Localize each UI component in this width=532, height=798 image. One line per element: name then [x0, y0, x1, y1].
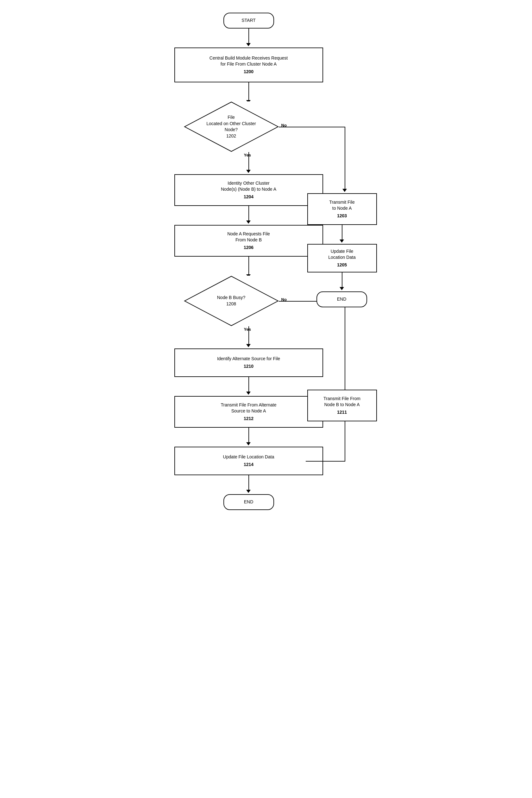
box-1204-num: 1204 — [244, 194, 253, 200]
box-1200-line1: Central Build Module Receives Request — [209, 55, 288, 61]
box-1210-line1: Identify Alternate Source for File — [217, 356, 280, 362]
flowchart: START Central Build Module Receives Requ… — [143, 6, 390, 767]
diamond-1202-line2: Located on Other Cluster — [206, 121, 256, 126]
diamond-1208-num: 1208 — [226, 301, 236, 306]
end-bottom-label: END — [244, 499, 253, 505]
box-1200-num: 1200 — [244, 69, 253, 75]
box-1205-num: 1205 — [337, 262, 347, 268]
yes-label-1202: Yes — [244, 153, 251, 158]
box-1212-line1: Transmit File From Alternate — [221, 402, 276, 409]
box-1205: Update File Location Data 1205 — [307, 244, 377, 272]
start-label: START — [242, 17, 256, 24]
box-1200: Central Build Module Receives Request fo… — [174, 48, 323, 83]
box-1204-line2: Node(s) (Node B) to Node A — [221, 186, 276, 193]
box-1211: Transmit File From Node B to Node A 1211 — [307, 389, 377, 421]
box-1214-line1: Update File Location Data — [223, 454, 274, 460]
box-1204-line1: Identity Other Cluster — [228, 180, 269, 186]
box-1214: Update File Location Data 1214 — [174, 447, 323, 475]
box-1203: Transmit File to Node A 1203 — [307, 193, 377, 225]
box-1205-line1: Update File — [331, 248, 354, 255]
box-1214-num: 1214 — [244, 461, 253, 468]
box-1206-num: 1206 — [244, 244, 253, 251]
box-1211-line1: Transmit File From — [323, 396, 360, 402]
box-1203-line2: to Node A — [332, 205, 352, 212]
diamond-1208-line1: Node B Busy? — [217, 295, 246, 300]
box-1212-num: 1212 — [244, 416, 253, 422]
start-box: START — [224, 13, 274, 29]
box-1206-line2: From Node B — [235, 237, 262, 243]
end-right-box: END — [317, 291, 367, 307]
box-1210: Identify Alternate Source for File 1210 — [174, 348, 323, 377]
diamond-1202-num: 1202 — [226, 133, 236, 139]
box-1210-num: 1210 — [244, 363, 253, 370]
box-1206-line1: Node A Requests File — [227, 231, 270, 237]
box-1211-line2: Node B to Node A — [324, 402, 360, 408]
yes-label-1208: Yes — [244, 327, 251, 332]
box-1203-num: 1203 — [337, 213, 347, 219]
diamond-1202: File Located on Other Cluster Node? 1202 — [184, 102, 279, 152]
end-right-label: END — [337, 296, 346, 303]
box-1200-line2: for File From Cluster Node A — [221, 61, 277, 68]
diamond-1202-line1: File — [228, 115, 235, 120]
box-1211-num: 1211 — [337, 409, 347, 416]
box-1203-line1: Transmit File — [329, 199, 355, 205]
diamond-1208: Node B Busy? 1208 — [184, 276, 279, 326]
end-bottom-box: END — [224, 494, 274, 510]
box-1204: Identity Other Cluster Node(s) (Node B) … — [174, 174, 323, 206]
box-1206: Node A Requests File From Node B 1206 — [174, 225, 323, 257]
box-1205-line2: Location Data — [328, 254, 356, 261]
diamond-1202-line3: Node? — [225, 127, 238, 132]
box-1212-line2: Source to Node A — [231, 408, 266, 414]
box-1212: Transmit File From Alternate Source to N… — [174, 396, 323, 428]
